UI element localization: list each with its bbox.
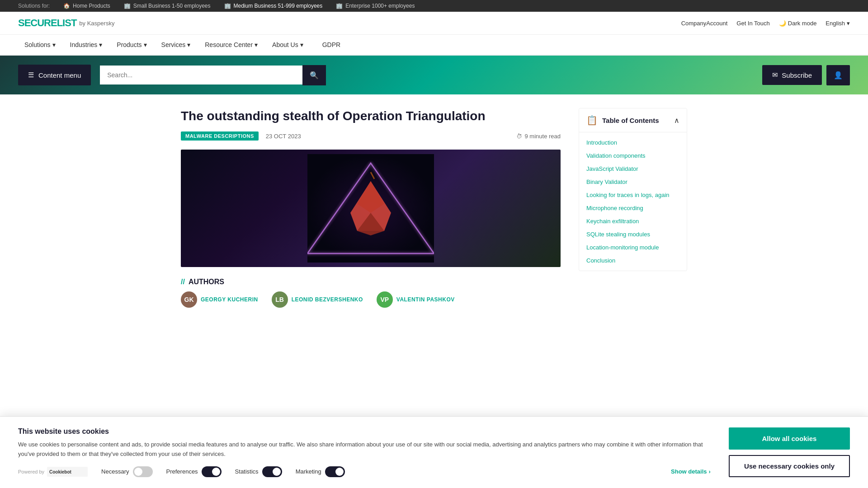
topbar-medium-business[interactable]: 🏢 Medium Business 51-999 employees bbox=[224, 3, 323, 9]
toc-item-introduction[interactable]: Introduction bbox=[579, 136, 687, 149]
topbar-small-business[interactable]: 🏢 Small Business 1-50 employees bbox=[124, 3, 211, 9]
toc-item-binary-validator[interactable]: Binary Validator bbox=[579, 175, 687, 188]
author-avatar-3: VP bbox=[377, 291, 393, 308]
author-item-2[interactable]: LB LEONID BEZVERSHENKO bbox=[272, 291, 363, 308]
main-nav: Solutions ▾ Industries ▾ Products ▾ Serv… bbox=[0, 35, 868, 56]
nav-resource-center[interactable]: Resource Center ▾ bbox=[198, 35, 264, 55]
toc-title-wrapper: 📋 Table of Contents bbox=[586, 115, 659, 126]
nav-solutions[interactable]: Solutions ▾ bbox=[18, 35, 62, 55]
author-item[interactable]: GK GEORGY KUCHERIN bbox=[181, 291, 258, 308]
clock-icon: ⏱ bbox=[516, 133, 522, 140]
author-name-1: GEORGY KUCHERIN bbox=[201, 296, 258, 303]
article-hero-image bbox=[181, 150, 561, 267]
article-title: The outstanding stealth of Operation Tri… bbox=[181, 108, 561, 124]
toc-item-microphone[interactable]: Microphone recording bbox=[579, 202, 687, 215]
building-icon: 🏢 bbox=[124, 3, 131, 9]
toc-item-js-validator[interactable]: JavaScript Validator bbox=[579, 162, 687, 175]
search-icon: 🔍 bbox=[310, 71, 319, 79]
author-avatar-1: GK bbox=[181, 291, 197, 308]
content-menu-button[interactable]: ☰ Content menu bbox=[18, 65, 91, 85]
authors-section: AUTHORS GK GEORGY KUCHERIN LB LEONID BEZ… bbox=[181, 278, 561, 308]
chevron-icon-5: ▾ bbox=[255, 41, 258, 48]
get-in-touch-link[interactable]: Get In Touch bbox=[736, 20, 769, 27]
logo-kaspersky: by Kaspersky bbox=[79, 20, 114, 27]
toc-item-validation[interactable]: Validation components bbox=[579, 149, 687, 162]
chevron-icon-4: ▾ bbox=[187, 41, 190, 48]
hero-right: ✉ Subscribe 👤 bbox=[762, 65, 850, 85]
chevron-down-icon: ▾ bbox=[847, 20, 850, 27]
author-item-3[interactable]: VP VALENTIN PASHKOV bbox=[377, 291, 455, 308]
toc-item-logs[interactable]: Looking for traces in logs, again bbox=[579, 188, 687, 202]
chevron-icon-2: ▾ bbox=[99, 41, 102, 48]
chevron-icon: ▾ bbox=[52, 41, 56, 48]
search-input[interactable] bbox=[100, 66, 302, 84]
user-button[interactable]: 👤 bbox=[826, 65, 850, 85]
toc-container: 📋 Table of Contents ∧ Introduction Valid… bbox=[579, 108, 687, 271]
topbar-home-products[interactable]: 🏠 Home Products bbox=[63, 3, 110, 9]
language-selector[interactable]: English ▾ bbox=[826, 20, 850, 27]
chevron-icon-3: ▾ bbox=[144, 41, 147, 48]
nav-products[interactable]: Products ▾ bbox=[110, 35, 153, 55]
email-icon: ✉ bbox=[772, 71, 778, 79]
user-icon: 👤 bbox=[834, 71, 843, 79]
subscribe-button[interactable]: ✉ Subscribe bbox=[762, 65, 822, 85]
toc-title: Table of Contents bbox=[602, 117, 659, 124]
toc-collapse-button[interactable]: ∧ bbox=[674, 116, 679, 125]
toc-icon: 📋 bbox=[586, 115, 598, 126]
author-name-2: LEONID BEZVERSHENKO bbox=[292, 296, 363, 303]
article-main: The outstanding stealth of Operation Tri… bbox=[181, 108, 561, 308]
article-meta: MALWARE DESCRIPTIONS 23 OCT 2023 ⏱ 9 min… bbox=[181, 131, 561, 141]
building-icon-3: 🏢 bbox=[336, 3, 343, 9]
search-wrapper: 🔍 bbox=[100, 65, 326, 85]
authors-heading: AUTHORS bbox=[181, 278, 561, 286]
top-bar: Solutions for: 🏠 Home Products 🏢 Small B… bbox=[0, 0, 868, 12]
toc-item-location[interactable]: Location-monitoring module bbox=[579, 241, 687, 254]
article-date: 23 OCT 2023 bbox=[266, 133, 301, 140]
logo-securelist: SECURELIST bbox=[18, 17, 76, 29]
nav-gdpr[interactable]: GDPR bbox=[316, 35, 347, 55]
read-time: ⏱ 9 minute read bbox=[516, 133, 561, 140]
nav-services[interactable]: Services ▾ bbox=[155, 35, 197, 55]
toc-item-sqlite[interactable]: SQLite stealing modules bbox=[579, 228, 687, 241]
solutions-label: Solutions for: bbox=[18, 3, 50, 9]
authors-list: GK GEORGY KUCHERIN LB LEONID BEZVERSHENK… bbox=[181, 291, 561, 308]
moon-icon: 🌙 bbox=[779, 20, 786, 27]
author-name-3: VALENTIN PASHKOV bbox=[396, 296, 455, 303]
toc-header: 📋 Table of Contents ∧ bbox=[579, 108, 687, 132]
topbar-enterprise[interactable]: 🏢 Enterprise 1000+ employees bbox=[336, 3, 415, 9]
chevron-icon-6: ▾ bbox=[300, 41, 303, 48]
hero-svg bbox=[307, 154, 434, 263]
author-avatar-2: LB bbox=[272, 291, 288, 308]
hero-bar: ☰ Content menu 🔍 ✉ Subscribe 👤 bbox=[0, 56, 868, 94]
nav-about-us[interactable]: About Us ▾ bbox=[266, 35, 310, 55]
home-icon: 🏠 bbox=[63, 3, 70, 9]
search-button[interactable]: 🔍 bbox=[302, 65, 326, 85]
article-sidebar: 📋 Table of Contents ∧ Introduction Valid… bbox=[579, 108, 687, 308]
company-account-link[interactable]: CompanyAccount bbox=[681, 20, 728, 27]
nav-industries[interactable]: Industries ▾ bbox=[64, 35, 109, 55]
toc-items: Introduction Validation components JavaS… bbox=[579, 132, 687, 271]
article-tag[interactable]: MALWARE DESCRIPTIONS bbox=[181, 131, 259, 141]
dark-mode-button[interactable]: 🌙 Dark mode bbox=[779, 20, 817, 27]
header: SECURELIST by Kaspersky CompanyAccount G… bbox=[0, 12, 868, 35]
logo[interactable]: SECURELIST by Kaspersky bbox=[18, 17, 114, 29]
main-content: The outstanding stealth of Operation Tri… bbox=[163, 108, 705, 308]
header-right: CompanyAccount Get In Touch 🌙 Dark mode … bbox=[681, 20, 850, 27]
hamburger-icon: ☰ bbox=[28, 71, 34, 79]
building-icon-2: 🏢 bbox=[224, 3, 231, 9]
toc-item-conclusion[interactable]: Conclusion bbox=[579, 254, 687, 267]
toc-item-keychain[interactable]: Keychain exfiltration bbox=[579, 215, 687, 228]
